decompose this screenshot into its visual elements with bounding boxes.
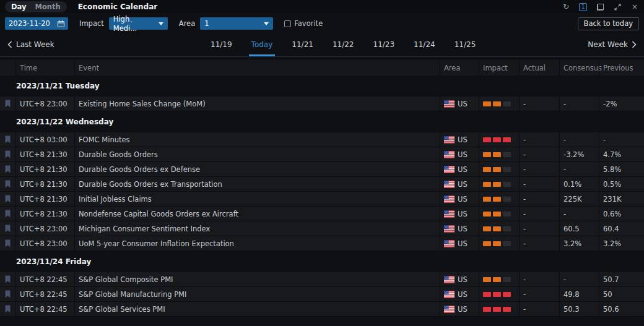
table-row[interactable]: UTC+8 22:45 S&P Global Manufacturing PMI… [0, 287, 644, 302]
duplicate-window-icon[interactable] [596, 2, 604, 11]
impact-bar [493, 212, 501, 217]
table-row[interactable]: UTC+8 22:45 S&P Global Services PMI US -… [0, 302, 644, 317]
row-consensus: - [559, 272, 599, 286]
week-day-label: 11/23 [373, 40, 395, 49]
section-date: 2023/11/21 Tuesday [16, 82, 100, 90]
window-controls: ↻ 1 × [562, 2, 639, 11]
week-day-tab[interactable]: 11/19 [209, 33, 233, 56]
row-area: US [440, 97, 479, 111]
window-count-icon[interactable]: 1 [579, 3, 587, 11]
row-consensus: - [559, 132, 599, 147]
table-row[interactable]: UTC+8 21:30 Durable Goods Orders ex Tran… [0, 177, 644, 192]
impact-bar [503, 182, 511, 187]
row-area: US [440, 236, 479, 251]
tab-month[interactable]: Month [35, 2, 60, 11]
row-area: US [440, 207, 479, 221]
chevron-left-icon [7, 41, 12, 48]
week-day-tab[interactable]: 11/21 [290, 33, 315, 56]
us-flag-icon [444, 276, 455, 283]
favorite-checkbox[interactable] [284, 20, 291, 27]
row-consensus: -3.2% [559, 147, 599, 161]
tab-day[interactable]: Day [11, 2, 26, 11]
row-area: US [440, 162, 479, 176]
favorite-label: Favorite [294, 19, 323, 28]
impact-bar [483, 212, 491, 217]
bookmark-icon[interactable] [0, 192, 15, 206]
week-day-tab[interactable]: 11/23 [372, 33, 396, 56]
bookmark-icon[interactable] [0, 207, 15, 221]
row-time: UTC+8 22:45 [15, 302, 74, 316]
titlebar: Day Month Economic Calendar ↻ 1 × [0, 0, 644, 14]
refresh-icon[interactable]: ↻ [562, 2, 570, 11]
next-week-button[interactable]: Next Week [588, 40, 637, 49]
impact-bar [483, 101, 491, 106]
table-row[interactable]: UTC+8 21:30 Nondefense Capital Goods Ord… [0, 207, 644, 221]
impact-bar [503, 241, 511, 246]
row-actual: - [519, 162, 559, 176]
row-area: US [440, 147, 479, 161]
impact-indicator [483, 241, 511, 246]
bookmark-icon[interactable] [0, 147, 15, 161]
impact-indicator [483, 182, 511, 187]
row-time: UTC+8 23:00 [15, 221, 74, 236]
table-row[interactable]: UTC+8 03:00 FOMC Minutes US - - - [0, 132, 644, 147]
impact-bar [493, 292, 501, 297]
favorite-filter[interactable]: Favorite [284, 19, 323, 28]
row-event: S&P Global Services PMI [74, 302, 440, 316]
last-week-button[interactable]: Last Week [7, 40, 54, 49]
week-day-label: 11/25 [455, 40, 476, 49]
table-row[interactable]: UTC+8 23:00 UoM 5-year Consumer Inflatio… [0, 236, 644, 251]
impact-filter-value: High、Medi... [113, 15, 155, 33]
bookmark-icon[interactable] [0, 132, 15, 147]
impact-bar [493, 277, 501, 282]
bookmark-icon[interactable] [0, 97, 15, 111]
table-row[interactable]: UTC+8 22:45 S&P Global Composite PMI US … [0, 272, 644, 287]
row-area-label: US [458, 210, 468, 218]
area-filter-value: 1 [204, 19, 209, 28]
week-day-tab[interactable]: 11/22 [331, 33, 355, 56]
impact-indicator [483, 226, 511, 231]
bookmark-icon[interactable] [0, 221, 15, 236]
table-body: 2023/11/21 Tuesday UTC+8 23:00 Existing … [0, 75, 644, 317]
week-day-label: 11/24 [414, 40, 435, 49]
table-row[interactable]: UTC+8 21:30 Durable Goods Orders ex Defe… [0, 162, 644, 177]
week-day-label: 11/19 [211, 40, 232, 49]
date-value: 2023-11-20 [9, 19, 50, 28]
impact-bar [493, 197, 501, 202]
row-time: UTC+8 21:30 [15, 192, 74, 206]
week-day-label: Today [251, 40, 273, 49]
row-area-label: US [458, 239, 468, 248]
impact-bar [483, 277, 491, 282]
impact-filter-dropdown[interactable]: High、Medi... [109, 17, 168, 30]
week-day-tab[interactable]: 11/24 [412, 33, 437, 56]
table-row[interactable]: UTC+8 21:30 Initial Jobless Claims US - … [0, 192, 644, 207]
row-event: S&P Global Composite PMI [74, 272, 440, 286]
week-day-tab[interactable]: Today [250, 33, 274, 56]
impact-bar [503, 137, 511, 142]
bookmark-icon[interactable] [0, 236, 15, 251]
next-week-label: Next Week [588, 40, 628, 49]
bookmark-icon[interactable] [0, 177, 15, 191]
row-previous: 0.6% [599, 207, 644, 221]
row-area-label: US [458, 180, 468, 189]
header-consensus: Consensus [559, 60, 599, 75]
table-row[interactable]: UTC+8 23:00 Michigan Consumer Sentiment … [0, 221, 644, 236]
row-event: Michigan Consumer Sentiment Index [74, 221, 440, 236]
back-to-today-button[interactable]: Back to today [578, 17, 639, 30]
week-navigation: Last Week 11/19 Today 11/21 11/22 11/23 … [0, 33, 644, 57]
week-day-tab[interactable]: 11/25 [453, 33, 477, 56]
area-filter-dropdown[interactable]: 1 [200, 17, 273, 30]
bookmark-icon[interactable] [0, 162, 15, 176]
row-previous: 0.5% [599, 177, 644, 191]
bookmark-icon[interactable] [0, 302, 15, 316]
row-actual: - [519, 97, 559, 111]
row-area-label: US [458, 195, 468, 204]
date-picker[interactable]: 2023-11-20 [5, 17, 68, 30]
bookmark-icon[interactable] [0, 272, 15, 286]
expand-icon[interactable] [613, 2, 622, 11]
row-time: UTC+8 21:30 [15, 207, 74, 221]
bookmark-icon[interactable] [0, 287, 15, 301]
table-row[interactable]: UTC+8 21:30 Durable Goods Orders US - -3… [0, 147, 644, 162]
close-icon[interactable]: × [630, 2, 639, 11]
table-row[interactable]: UTC+8 23:00 Existing Home Sales Change (… [0, 97, 644, 111]
